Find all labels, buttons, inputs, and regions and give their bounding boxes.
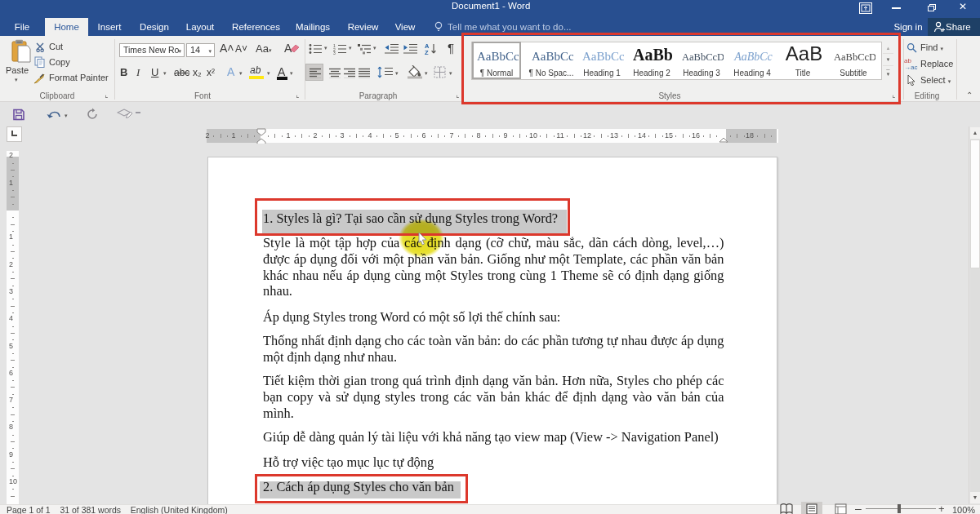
svg-text:3: 3 (333, 51, 336, 55)
svg-text:Z: Z (425, 49, 429, 55)
